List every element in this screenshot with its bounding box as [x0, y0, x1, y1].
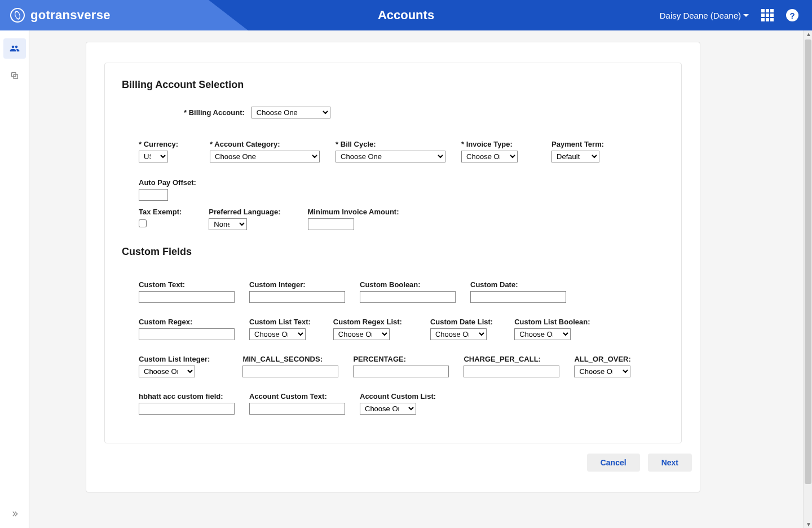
- apps-grid-icon[interactable]: [761, 9, 774, 21]
- account-category-label: * Account Category:: [210, 140, 320, 148]
- custom-date-label: Custom Date:: [470, 280, 566, 289]
- bill-cycle-label: * Bill Cycle:: [336, 140, 445, 148]
- custom-boolean-input[interactable]: [360, 291, 456, 303]
- form-card: Billing Account Selection * Billing Acco…: [104, 63, 682, 443]
- account-custom-list-label: Account Custom List:: [360, 392, 436, 401]
- topbar: gotransverse Accounts Daisy Deane (Deane…: [0, 0, 812, 30]
- pref-lang-select[interactable]: None: [209, 218, 247, 230]
- sidebar-item-accounts[interactable]: [3, 38, 26, 59]
- account-custom-text-input[interactable]: [249, 403, 345, 415]
- custom-list-integer-label: Custom List Integer:: [139, 355, 210, 363]
- scroll-down-icon: ▼: [806, 521, 811, 527]
- custom-regex-input[interactable]: [139, 328, 235, 340]
- user-name: Daisy Deane (Deane): [660, 11, 741, 20]
- tax-exempt-checkbox[interactable]: [139, 219, 147, 227]
- next-button[interactable]: Next: [648, 454, 692, 472]
- left-sidebar: [0, 30, 29, 528]
- payment-term-label: Payment Term:: [551, 140, 604, 148]
- account-custom-text-label: Account Custom Text:: [249, 392, 345, 401]
- auto-pay-label: Auto Pay Offset:: [139, 178, 196, 187]
- brand-text: gotransverse: [30, 8, 111, 23]
- custom-integer-input[interactable]: [249, 291, 345, 303]
- min-call-seconds-input[interactable]: [242, 366, 338, 377]
- custom-regex-label: Custom Regex:: [139, 318, 235, 326]
- custom-boolean-label: Custom Boolean:: [360, 280, 456, 289]
- all-or-over-label: ALL_OR_OVER:: [574, 355, 630, 363]
- scrollbar-thumb[interactable]: [805, 39, 811, 484]
- auto-pay-input[interactable]: [139, 189, 168, 201]
- copy-icon: [10, 71, 19, 80]
- percentage-input[interactable]: [353, 366, 449, 377]
- custom-list-boolean-label: Custom List Boolean:: [514, 318, 590, 326]
- min-invoice-label: Minimum Invoice Amount:: [308, 208, 399, 216]
- payment-term-select[interactable]: Default: [551, 151, 599, 162]
- all-or-over-select[interactable]: Choose One: [574, 366, 630, 377]
- caret-down-icon: [743, 14, 749, 17]
- brand-logo-icon: [10, 8, 25, 23]
- brand[interactable]: gotransverse: [10, 8, 111, 23]
- custom-list-text-label: Custom List Text:: [249, 318, 311, 326]
- custom-regex-list-label: Custom Regex List:: [333, 318, 402, 326]
- min-invoice-input[interactable]: [308, 218, 354, 230]
- billing-account-select[interactable]: Choose One: [251, 107, 330, 118]
- hbhatt-label: hbhatt acc custom field:: [139, 392, 235, 401]
- page-card: Billing Account Selection * Billing Acco…: [86, 42, 700, 492]
- custom-date-list-select[interactable]: Choose One: [430, 328, 487, 340]
- section-title-billing: Billing Account Selection: [122, 79, 664, 91]
- pref-lang-label: Preferred Language:: [209, 208, 280, 216]
- hbhatt-input[interactable]: [139, 403, 235, 415]
- billing-account-label: * Billing Account:: [184, 108, 245, 117]
- sidebar-item-copy[interactable]: [3, 65, 26, 86]
- section-title-custom: Custom Fields: [122, 246, 664, 258]
- sidebar-expand-button[interactable]: [10, 509, 19, 520]
- charge-per-call-input[interactable]: [464, 366, 559, 377]
- vertical-scrollbar[interactable]: ▲ ▼: [803, 30, 812, 528]
- custom-list-text-select[interactable]: Choose One: [249, 328, 306, 340]
- min-call-seconds-label: MIN_CALL_SECONDS:: [242, 355, 338, 363]
- account-custom-list-select[interactable]: Choose One: [360, 403, 416, 415]
- invoice-type-label: * Invoice Type:: [461, 140, 518, 148]
- scroll-up-icon: ▲: [806, 31, 811, 37]
- custom-text-input[interactable]: [139, 291, 235, 303]
- invoice-type-select[interactable]: Choose One: [461, 151, 518, 162]
- tax-exempt-label: Tax Exempt:: [139, 208, 182, 216]
- charge-per-call-label: CHARGE_PER_CALL:: [464, 355, 559, 363]
- currency-select[interactable]: USD: [139, 151, 168, 162]
- bill-cycle-select[interactable]: Choose One: [336, 151, 445, 162]
- chevron-right-double-icon: [10, 509, 19, 518]
- help-icon[interactable]: ?: [786, 9, 798, 21]
- users-icon: [10, 43, 20, 54]
- percentage-label: PERCENTAGE:: [353, 355, 449, 363]
- custom-date-input[interactable]: [470, 291, 566, 303]
- currency-label: * Currency:: [139, 140, 178, 148]
- custom-regex-list-select[interactable]: Choose One: [333, 328, 390, 340]
- account-category-select[interactable]: Choose One: [210, 151, 320, 162]
- main-content: Billing Account Selection * Billing Acco…: [29, 30, 812, 528]
- custom-date-list-label: Custom Date List:: [430, 318, 493, 326]
- custom-list-boolean-select[interactable]: Choose One: [514, 328, 571, 340]
- custom-integer-label: Custom Integer:: [249, 280, 345, 289]
- custom-text-label: Custom Text:: [139, 280, 235, 289]
- custom-list-integer-select[interactable]: Choose One: [139, 366, 195, 377]
- cancel-button[interactable]: Cancel: [587, 454, 640, 472]
- user-menu[interactable]: Daisy Deane (Deane): [660, 11, 749, 20]
